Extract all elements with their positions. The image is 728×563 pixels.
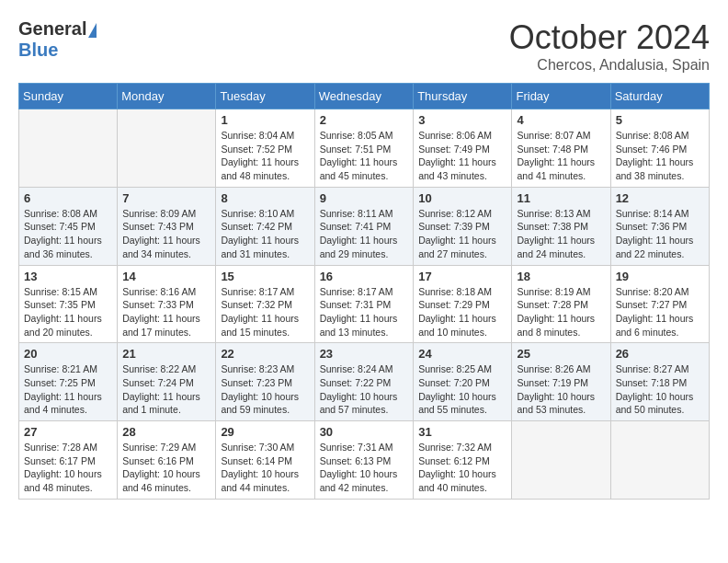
day-number: 11 — [517, 191, 605, 205]
day-number: 7 — [122, 191, 210, 205]
table-row: 28Sunrise: 7:29 AM Sunset: 6:16 PM Dayli… — [118, 421, 216, 500]
day-info: Sunrise: 8:04 AM Sunset: 7:52 PM Dayligh… — [221, 129, 309, 183]
table-row: 22Sunrise: 8:23 AM Sunset: 7:23 PM Dayli… — [216, 343, 314, 421]
day-number: 8 — [221, 191, 309, 205]
table-row: 21Sunrise: 8:22 AM Sunset: 7:24 PM Dayli… — [118, 343, 216, 421]
header-saturday: Saturday — [610, 84, 709, 109]
day-info: Sunrise: 8:15 AM Sunset: 7:35 PM Dayligh… — [24, 285, 112, 339]
table-row: 7Sunrise: 8:09 AM Sunset: 7:43 PM Daylig… — [118, 187, 216, 265]
table-row — [19, 109, 118, 188]
day-info: Sunrise: 8:08 AM Sunset: 7:46 PM Dayligh… — [616, 129, 704, 183]
table-row: 24Sunrise: 8:25 AM Sunset: 7:20 PM Dayli… — [414, 343, 512, 421]
location: Chercos, Andalusia, Spain — [509, 57, 710, 74]
day-info: Sunrise: 8:26 AM Sunset: 7:19 PM Dayligh… — [517, 362, 605, 417]
day-info: Sunrise: 8:09 AM Sunset: 7:43 PM Dayligh… — [122, 207, 210, 261]
table-row: 4Sunrise: 8:07 AM Sunset: 7:48 PM Daylig… — [512, 109, 610, 188]
day-number: 18 — [517, 270, 605, 283]
day-number: 29 — [221, 425, 309, 439]
day-number: 16 — [320, 270, 409, 283]
day-number: 4 — [517, 113, 605, 127]
header-sunday: Sunday — [19, 84, 118, 109]
day-info: Sunrise: 8:16 AM Sunset: 7:33 PM Dayligh… — [122, 285, 210, 339]
table-row — [610, 421, 709, 500]
table-row: 8Sunrise: 8:10 AM Sunset: 7:42 PM Daylig… — [216, 187, 314, 265]
day-info: Sunrise: 8:12 AM Sunset: 7:39 PM Dayligh… — [418, 207, 506, 261]
title-block: October 2024 Chercos, Andalusia, Spain — [509, 18, 710, 74]
header-friday: Friday — [512, 84, 610, 109]
calendar-row: 20Sunrise: 8:21 AM Sunset: 7:25 PM Dayli… — [19, 343, 710, 421]
header-wednesday: Wednesday — [314, 84, 414, 109]
day-number: 27 — [24, 425, 112, 439]
table-row: 2Sunrise: 8:05 AM Sunset: 7:51 PM Daylig… — [314, 109, 414, 188]
day-info: Sunrise: 8:05 AM Sunset: 7:51 PM Dayligh… — [320, 129, 409, 183]
table-row: 20Sunrise: 8:21 AM Sunset: 7:25 PM Dayli… — [19, 343, 118, 421]
day-info: Sunrise: 8:24 AM Sunset: 7:22 PM Dayligh… — [320, 362, 409, 417]
table-row — [512, 421, 610, 500]
day-number: 31 — [418, 425, 506, 439]
logo-text: General Blue — [18, 18, 97, 61]
header-monday: Monday — [118, 84, 216, 109]
day-number: 21 — [122, 347, 210, 361]
table-row: 23Sunrise: 8:24 AM Sunset: 7:22 PM Dayli… — [314, 343, 414, 421]
day-info: Sunrise: 8:06 AM Sunset: 7:49 PM Dayligh… — [418, 129, 506, 183]
day-info: Sunrise: 8:17 AM Sunset: 7:32 PM Dayligh… — [221, 285, 309, 339]
table-row: 11Sunrise: 8:13 AM Sunset: 7:38 PM Dayli… — [512, 187, 610, 265]
calendar-row: 1Sunrise: 8:04 AM Sunset: 7:52 PM Daylig… — [19, 109, 710, 188]
day-info: Sunrise: 7:29 AM Sunset: 6:16 PM Dayligh… — [122, 441, 210, 495]
table-row — [118, 109, 216, 188]
day-info: Sunrise: 8:19 AM Sunset: 7:28 PM Dayligh… — [517, 285, 605, 339]
day-info: Sunrise: 8:08 AM Sunset: 7:45 PM Dayligh… — [24, 207, 112, 261]
calendar: Sunday Monday Tuesday Wednesday Thursday… — [18, 83, 710, 500]
day-number: 14 — [122, 270, 210, 283]
day-info: Sunrise: 8:27 AM Sunset: 7:18 PM Dayligh… — [616, 362, 704, 417]
day-info: Sunrise: 8:20 AM Sunset: 7:27 PM Dayligh… — [616, 285, 704, 339]
table-row: 1Sunrise: 8:04 AM Sunset: 7:52 PM Daylig… — [216, 109, 314, 188]
day-number: 22 — [221, 347, 309, 361]
day-info: Sunrise: 7:31 AM Sunset: 6:13 PM Dayligh… — [320, 441, 409, 495]
day-info: Sunrise: 8:22 AM Sunset: 7:24 PM Dayligh… — [122, 362, 210, 417]
table-row: 6Sunrise: 8:08 AM Sunset: 7:45 PM Daylig… — [19, 187, 118, 265]
day-number: 6 — [24, 191, 112, 205]
table-row: 12Sunrise: 8:14 AM Sunset: 7:36 PM Dayli… — [610, 187, 709, 265]
calendar-row: 6Sunrise: 8:08 AM Sunset: 7:45 PM Daylig… — [19, 187, 710, 265]
logo: General Blue — [18, 18, 97, 61]
day-info: Sunrise: 8:25 AM Sunset: 7:20 PM Dayligh… — [418, 362, 506, 417]
day-number: 15 — [221, 270, 309, 283]
day-info: Sunrise: 7:32 AM Sunset: 6:12 PM Dayligh… — [418, 441, 506, 495]
day-number: 30 — [320, 425, 409, 439]
day-info: Sunrise: 8:18 AM Sunset: 7:29 PM Dayligh… — [418, 285, 506, 339]
table-row: 15Sunrise: 8:17 AM Sunset: 7:32 PM Dayli… — [216, 265, 314, 343]
table-row: 18Sunrise: 8:19 AM Sunset: 7:28 PM Dayli… — [512, 265, 610, 343]
day-number: 26 — [616, 347, 704, 361]
table-row: 31Sunrise: 7:32 AM Sunset: 6:12 PM Dayli… — [414, 421, 512, 500]
page-header: General Blue October 2024 Chercos, Andal… — [18, 18, 710, 74]
table-row: 13Sunrise: 8:15 AM Sunset: 7:35 PM Dayli… — [19, 265, 118, 343]
table-row: 27Sunrise: 7:28 AM Sunset: 6:17 PM Dayli… — [19, 421, 118, 500]
day-number: 19 — [616, 270, 704, 283]
day-number: 2 — [320, 113, 409, 127]
header-thursday: Thursday — [414, 84, 512, 109]
day-number: 9 — [320, 191, 409, 205]
day-number: 25 — [517, 347, 605, 361]
day-number: 12 — [616, 191, 704, 205]
month-title: October 2024 — [509, 18, 710, 57]
table-row: 5Sunrise: 8:08 AM Sunset: 7:46 PM Daylig… — [610, 109, 709, 188]
day-info: Sunrise: 8:23 AM Sunset: 7:23 PM Dayligh… — [221, 362, 309, 417]
table-row: 30Sunrise: 7:31 AM Sunset: 6:13 PM Dayli… — [314, 421, 414, 500]
day-number: 17 — [418, 270, 506, 283]
day-number: 3 — [418, 113, 506, 127]
table-row: 25Sunrise: 8:26 AM Sunset: 7:19 PM Dayli… — [512, 343, 610, 421]
table-row: 14Sunrise: 8:16 AM Sunset: 7:33 PM Dayli… — [118, 265, 216, 343]
table-row: 19Sunrise: 8:20 AM Sunset: 7:27 PM Dayli… — [610, 265, 709, 343]
table-row: 26Sunrise: 8:27 AM Sunset: 7:18 PM Dayli… — [610, 343, 709, 421]
day-number: 5 — [616, 113, 704, 127]
day-info: Sunrise: 7:30 AM Sunset: 6:14 PM Dayligh… — [221, 441, 309, 495]
day-info: Sunrise: 8:17 AM Sunset: 7:31 PM Dayligh… — [320, 285, 409, 339]
calendar-row: 13Sunrise: 8:15 AM Sunset: 7:35 PM Dayli… — [19, 265, 710, 343]
day-info: Sunrise: 8:07 AM Sunset: 7:48 PM Dayligh… — [517, 129, 605, 183]
day-info: Sunrise: 8:14 AM Sunset: 7:36 PM Dayligh… — [616, 207, 704, 261]
day-number: 13 — [24, 270, 112, 283]
day-info: Sunrise: 8:21 AM Sunset: 7:25 PM Dayligh… — [24, 362, 112, 417]
day-number: 23 — [320, 347, 409, 361]
day-info: Sunrise: 8:10 AM Sunset: 7:42 PM Dayligh… — [221, 207, 309, 261]
